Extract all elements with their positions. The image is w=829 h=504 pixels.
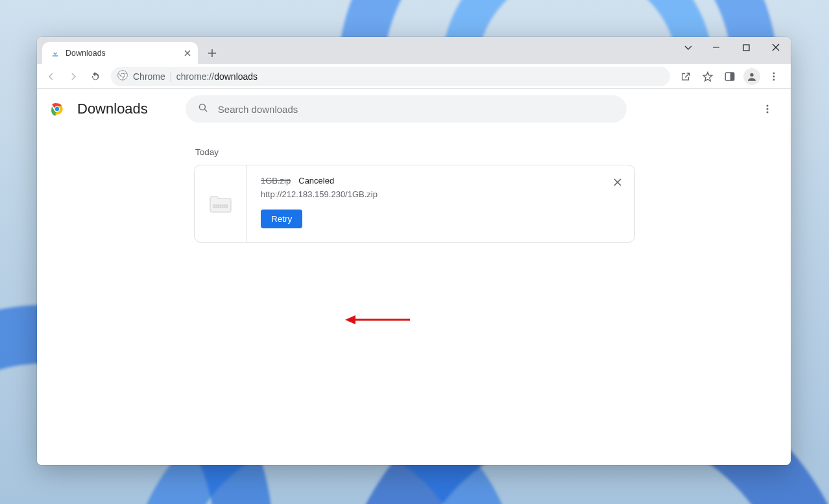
address-bar[interactable]: Chrome chrome://downloads: [111, 67, 670, 86]
chrome-icon: [117, 70, 128, 82]
tab-title: Downloads: [66, 49, 177, 58]
omnibox-label: Chrome: [133, 71, 165, 82]
avatar-icon: [743, 68, 760, 85]
tab-search-button[interactable]: [675, 37, 701, 58]
omnibox-divider: [171, 71, 171, 82]
window-minimize-button[interactable]: [701, 37, 731, 58]
remove-download-button[interactable]: [610, 174, 625, 190]
desktop-wallpaper: Downloads: [0, 0, 829, 504]
share-button[interactable]: [675, 66, 696, 87]
date-heading: Today: [195, 147, 635, 157]
annotation-arrow: [345, 313, 410, 326]
forward-button[interactable]: [63, 66, 84, 87]
svg-point-7: [773, 75, 775, 77]
tab-close-button[interactable]: [182, 48, 193, 58]
reload-button[interactable]: [85, 66, 106, 87]
tab-strip: Downloads: [37, 37, 791, 64]
downloads-page: Downloads Today: [37, 89, 791, 465]
search-downloads-field[interactable]: [186, 95, 627, 123]
omnibox-scheme: chrome://: [176, 71, 214, 82]
chrome-logo-icon: [49, 101, 66, 117]
page-title: Downloads: [77, 101, 148, 117]
file-type-icon: [195, 165, 246, 242]
window-controls: [675, 37, 791, 60]
svg-point-15: [767, 112, 769, 114]
bookmark-button[interactable]: [697, 66, 718, 87]
browser-toolbar: Chrome chrome://downloads: [37, 64, 791, 89]
svg-point-6: [773, 72, 775, 74]
download-item: 1GB.zip Canceled http://212.183.159.230/…: [194, 165, 635, 243]
svg-point-5: [750, 73, 753, 76]
omnibox-path: downloads: [214, 71, 258, 82]
search-icon: [197, 102, 209, 116]
download-arrow-icon: [50, 48, 60, 58]
svg-point-14: [767, 108, 769, 110]
browser-menu-button[interactable]: [763, 66, 784, 87]
tab-downloads[interactable]: Downloads: [42, 42, 198, 64]
download-filename: 1GB.zip: [261, 176, 291, 186]
side-panel-button[interactable]: [719, 66, 740, 87]
svg-rect-0: [743, 45, 749, 51]
window-maximize-button[interactable]: [731, 37, 761, 58]
downloads-menu-button[interactable]: [757, 99, 778, 119]
back-button[interactable]: [41, 66, 62, 87]
profile-button[interactable]: [741, 66, 762, 87]
window-close-button[interactable]: [761, 37, 791, 58]
browser-window: Downloads: [37, 37, 791, 465]
svg-point-13: [767, 105, 769, 107]
retry-button[interactable]: Retry: [261, 210, 302, 228]
svg-point-8: [773, 78, 775, 80]
svg-point-1: [118, 71, 128, 80]
new-tab-button[interactable]: [203, 44, 221, 62]
download-status: Canceled: [298, 176, 334, 186]
search-input[interactable]: [218, 104, 615, 115]
download-url: http://212.183.159.230/1GB.zip: [261, 189, 620, 199]
svg-marker-19: [345, 315, 355, 324]
svg-point-12: [199, 104, 205, 110]
svg-rect-4: [730, 73, 734, 80]
